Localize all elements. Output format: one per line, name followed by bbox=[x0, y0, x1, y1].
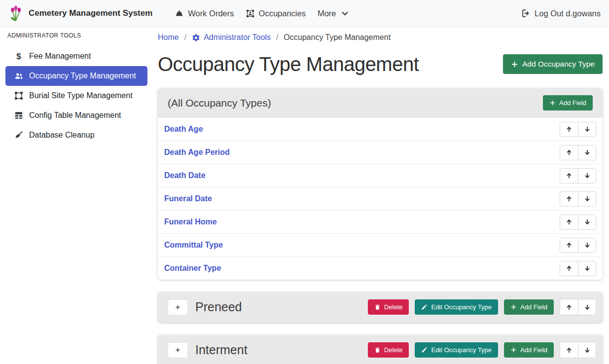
logout-button[interactable]: Log Out d.gowans bbox=[521, 9, 601, 18]
table-icon bbox=[13, 111, 24, 120]
sidebar-item-fee-management[interactable]: $Fee Management bbox=[5, 46, 147, 66]
move-up-button[interactable] bbox=[560, 146, 578, 160]
add-field-button[interactable]: Add Field bbox=[504, 299, 554, 315]
occupancy-type-sections: + Preneed Delete Edit Occupancy Type Add… bbox=[158, 292, 603, 364]
move-up-button[interactable] bbox=[560, 342, 578, 358]
breadcrumb-occupancy-type-management: Occupancy Type Management bbox=[284, 31, 391, 44]
trash-icon bbox=[374, 304, 381, 310]
edit-occupancy-type-button[interactable]: Edit Occupancy Type bbox=[415, 342, 498, 358]
move-up-button[interactable] bbox=[560, 215, 578, 229]
plus-icon bbox=[510, 304, 517, 310]
field-link[interactable]: Funeral Home bbox=[164, 218, 217, 226]
nav-item-label: Occupancies bbox=[259, 9, 306, 18]
sidebar-item-occupancy-type-management[interactable]: Occupancy Type Management bbox=[5, 66, 147, 86]
arrow-up-icon bbox=[566, 242, 573, 249]
arrow-up-icon bbox=[566, 304, 573, 311]
breadcrumb-separator: / bbox=[276, 31, 278, 44]
move-up-button[interactable] bbox=[560, 192, 578, 206]
all-occupancy-types-card: (All Occupancy Types) Add Field Death Ag… bbox=[158, 88, 603, 280]
sidebar-item-label: Burial Site Type Management bbox=[29, 91, 133, 100]
card-header: (All Occupancy Types) Add Field bbox=[158, 88, 603, 117]
arrow-up-icon bbox=[566, 347, 573, 354]
move-down-button[interactable] bbox=[578, 299, 596, 315]
section-actions: Delete Edit Occupancy Type Add Field bbox=[368, 299, 596, 315]
nav-item-more[interactable]: More bbox=[318, 9, 349, 18]
occupancy-frame-icon bbox=[246, 9, 254, 18]
sidebar-item-database-cleanup[interactable]: Database Cleanup bbox=[5, 125, 147, 145]
field-link[interactable]: Death Age bbox=[164, 125, 203, 134]
arrow-down-icon bbox=[584, 149, 591, 156]
field-link[interactable]: Container Type bbox=[164, 264, 221, 273]
move-up-button[interactable] bbox=[560, 169, 578, 183]
arrow-up-icon bbox=[566, 195, 573, 202]
card-title: (All Occupancy Types) bbox=[168, 96, 271, 110]
move-down-button[interactable] bbox=[578, 146, 596, 160]
sidebar: ADMINISTRATOR TOOLS $Fee ManagementOccup… bbox=[0, 27, 153, 145]
move-down-button[interactable] bbox=[578, 342, 596, 358]
reorder-buttons bbox=[560, 342, 596, 358]
move-down-button[interactable] bbox=[578, 238, 596, 253]
delete-button[interactable]: Delete bbox=[368, 342, 409, 358]
field-row-funeral-home: Funeral Home bbox=[158, 210, 603, 233]
field-link[interactable]: Death Date bbox=[164, 171, 206, 180]
sidebar-item-label: Config Table Management bbox=[29, 111, 121, 120]
move-up-button[interactable] bbox=[560, 261, 578, 276]
breadcrumb-home[interactable]: Home bbox=[158, 31, 179, 44]
field-link[interactable]: Committal Type bbox=[164, 241, 223, 250]
breadcrumb-administrator-tools[interactable]: Administrator Tools bbox=[192, 31, 271, 44]
reorder-buttons bbox=[560, 299, 596, 315]
page-header: Occupancy Type Management Add Occupancy … bbox=[158, 51, 603, 77]
occupancy-type-section-interment: + Interment Delete Edit Occupancy Type A… bbox=[158, 335, 603, 364]
move-down-button[interactable] bbox=[578, 215, 596, 229]
reorder-buttons bbox=[560, 168, 596, 183]
nav-item-label: More bbox=[318, 9, 336, 18]
delete-button[interactable]: Delete bbox=[368, 299, 409, 315]
reorder-buttons bbox=[560, 191, 596, 207]
sidebar-item-config-table-management[interactable]: Config Table Management bbox=[5, 106, 147, 125]
sidebar-heading: ADMINISTRATOR TOOLS bbox=[5, 32, 147, 39]
nav-item-occupancies[interactable]: Occupancies bbox=[246, 9, 306, 18]
main-content: Home/Administrator Tools/Occupancy Type … bbox=[158, 27, 603, 364]
move-down-button[interactable] bbox=[578, 192, 596, 206]
sidebar-item-burial-site-type-management[interactable]: Burial Site Type Management bbox=[5, 86, 147, 106]
move-up-button[interactable] bbox=[560, 238, 578, 253]
breadcrumb-separator: / bbox=[184, 31, 186, 44]
page-title: Occupancy Type Management bbox=[158, 51, 419, 77]
expand-button[interactable]: + bbox=[168, 342, 188, 358]
top-navbar: Cemetery Management System Work OrdersOc… bbox=[0, 0, 609, 27]
navbar-menu: Work OrdersOccupanciesMore bbox=[163, 9, 349, 18]
pencil-icon bbox=[421, 347, 428, 353]
field-link[interactable]: Funeral Date bbox=[164, 194, 212, 203]
gear-icon bbox=[192, 34, 200, 42]
move-up-button[interactable] bbox=[560, 299, 578, 315]
arrow-down-icon bbox=[584, 126, 591, 133]
move-down-button[interactable] bbox=[578, 122, 596, 137]
arrow-down-icon bbox=[584, 347, 591, 354]
add-field-button[interactable]: Add Field bbox=[543, 95, 593, 110]
edit-occupancy-type-button[interactable]: Edit Occupancy Type bbox=[415, 299, 498, 315]
section-title: Preneed bbox=[195, 300, 242, 314]
arrow-up-icon bbox=[566, 172, 573, 179]
plus-icon bbox=[510, 347, 517, 353]
add-occupancy-type-button[interactable]: Add Occupancy Type bbox=[503, 54, 603, 74]
field-link[interactable]: Death Age Period bbox=[164, 148, 230, 157]
sidebar-menu: $Fee ManagementOccupancy Type Management… bbox=[5, 46, 147, 145]
expand-button[interactable]: + bbox=[168, 299, 188, 315]
move-down-button[interactable] bbox=[578, 261, 596, 276]
app-title: Cemetery Management System bbox=[29, 8, 152, 18]
add-field-button[interactable]: Add Field bbox=[504, 342, 554, 358]
arrow-down-icon bbox=[584, 304, 591, 311]
arrow-down-icon bbox=[584, 195, 591, 202]
nav-item-work-orders[interactable]: Work Orders bbox=[175, 9, 234, 18]
arrow-up-icon bbox=[566, 126, 573, 133]
arrow-down-icon bbox=[584, 242, 591, 249]
field-row-death-age: Death Age bbox=[158, 117, 603, 141]
sidebar-item-label: Database Cleanup bbox=[29, 131, 95, 140]
pencil-icon bbox=[421, 304, 428, 310]
move-up-button[interactable] bbox=[560, 122, 578, 137]
move-down-button[interactable] bbox=[578, 169, 596, 183]
arrow-up-icon bbox=[566, 149, 573, 156]
trash-icon bbox=[374, 347, 381, 353]
dollar-icon: $ bbox=[13, 52, 24, 61]
app-brand[interactable]: Cemetery Management System bbox=[8, 5, 152, 22]
